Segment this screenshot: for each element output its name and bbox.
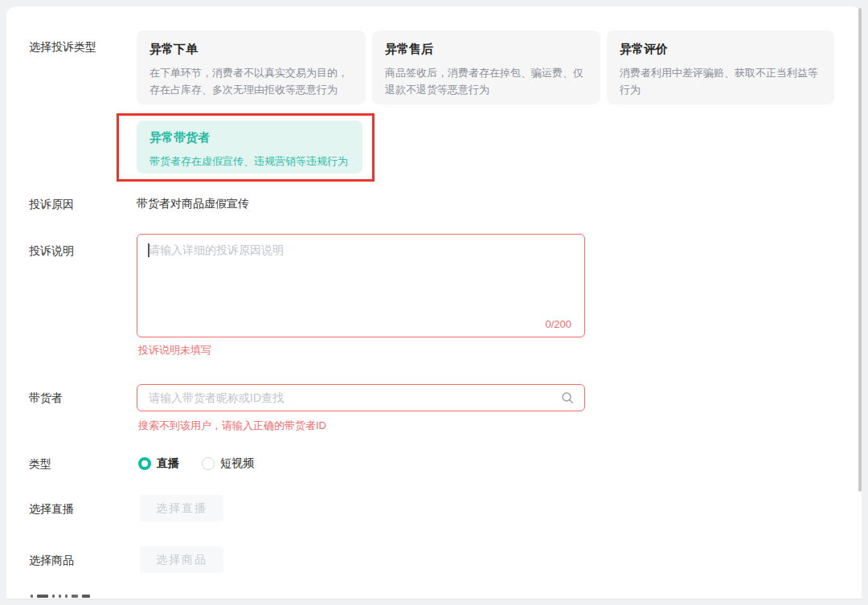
- card-abnormal-review[interactable]: 异常评价 消费者利用中差评骗赔、获取不正当利益等行为: [607, 31, 834, 104]
- radio-label: 短视频: [220, 456, 254, 471]
- search-icon[interactable]: [561, 391, 574, 404]
- char-counter: 0/200: [545, 318, 571, 330]
- radio-label: 直播: [157, 456, 179, 471]
- complaint-desc-field: 0/200: [137, 234, 585, 337]
- card-title: 异常评价: [620, 42, 821, 57]
- select-product-label: 选择商品: [29, 554, 74, 568]
- card-abnormal-aftersale[interactable]: 异常售后 商品签收后，消费者存在掉包、骗运费、仅退款不退货等恶意行为: [372, 31, 600, 104]
- complaint-reason-label: 投诉原因: [29, 198, 74, 212]
- vertical-scrollbar-thumb[interactable]: [858, 8, 862, 492]
- card-title: 异常售后: [385, 42, 588, 57]
- promoter-label: 带货者: [29, 391, 63, 406]
- clipped-next-row-fragment: [31, 595, 94, 598]
- promoter-search-field: [137, 384, 585, 411]
- radio-circle-checked-icon: [138, 457, 151, 470]
- type-label: 类型: [29, 457, 51, 472]
- card-desc: 带货者存在虚假宣传、违规营销等违规行为: [149, 153, 350, 170]
- complaint-reason-value: 带货者对商品虚假宣传: [137, 197, 249, 211]
- complaint-type-label: 选择投诉类型: [29, 40, 96, 55]
- complaint-desc-error: 投诉说明未填写: [138, 343, 211, 358]
- select-live-button[interactable]: 选择直播: [140, 495, 223, 521]
- radio-circle-icon: [202, 457, 215, 470]
- promoter-search-input[interactable]: [137, 391, 561, 404]
- card-abnormal-promoter-selected[interactable]: 异常带货者 带货者存在虚假宣传、违规营销等违规行为: [137, 121, 362, 174]
- card-abnormal-order[interactable]: 异常下单 在下单环节，消费者不以真实交易为目的，存在占库存、多次无理由拒收等恶意…: [137, 31, 366, 104]
- complaint-desc-label: 投诉说明: [29, 244, 74, 259]
- card-title: 异常带货者: [149, 130, 350, 145]
- type-radio-group: 直播 短视频: [138, 456, 254, 471]
- complaint-desc-textarea[interactable]: [137, 235, 584, 315]
- card-desc: 商品签收后，消费者存在掉包、骗运费、仅退款不退货等恶意行为: [385, 64, 588, 98]
- card-desc: 消费者利用中差评骗赔、获取不正当利益等行为: [620, 64, 821, 98]
- card-title: 异常下单: [149, 42, 353, 57]
- text-caret: [148, 243, 149, 257]
- promoter-error: 搜索不到该用户，请输入正确的带货者ID: [138, 419, 326, 433]
- radio-live[interactable]: 直播: [138, 456, 179, 471]
- radio-short-video[interactable]: 短视频: [202, 456, 254, 471]
- card-desc: 在下单环节，消费者不以真实交易为目的，存在占库存、多次无理由拒收等恶意行为: [149, 64, 353, 98]
- select-product-button[interactable]: 选择商品: [140, 546, 223, 573]
- select-live-label: 选择直播: [29, 502, 74, 517]
- complaint-form-page: 选择投诉类型 异常下单 在下单环节，消费者不以真实交易为目的，存在占库存、多次无…: [0, 0, 868, 605]
